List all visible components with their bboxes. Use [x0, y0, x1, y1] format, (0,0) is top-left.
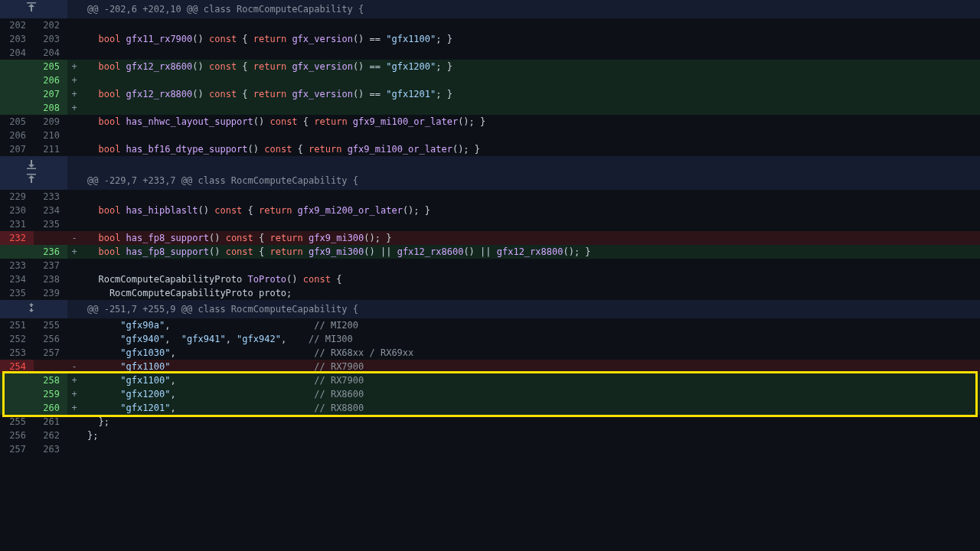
diff-marker	[67, 129, 81, 142]
code-line[interactable]: RocmComputeCapabilityProto proto;	[81, 286, 980, 300]
expand-hunk-button[interactable]	[0, 300, 67, 318]
old-line-number[interactable]: 235	[0, 286, 34, 300]
new-line-number[interactable]: 236	[34, 245, 67, 259]
new-line-number[interactable]: 202	[34, 18, 67, 32]
new-line-number[interactable]: 234	[34, 204, 67, 217]
code-line[interactable]	[81, 101, 980, 115]
code-line[interactable]: "gfx1030", // RX68xx / RX69xx	[81, 346, 980, 360]
code-line[interactable]	[81, 442, 980, 456]
old-line-number[interactable]	[0, 245, 34, 259]
code-line[interactable]	[81, 129, 980, 142]
old-line-number[interactable]	[0, 101, 34, 115]
old-line-number[interactable]: 202	[0, 18, 34, 32]
diff-marker	[67, 286, 81, 300]
old-line-number[interactable]	[0, 87, 34, 101]
code-line[interactable]	[81, 73, 980, 87]
expand-button[interactable]	[0, 156, 67, 171]
new-line-number[interactable]	[34, 360, 67, 373]
new-line-number[interactable]: 237	[34, 259, 67, 272]
code-line[interactable]	[81, 190, 980, 204]
old-line-number[interactable]: 231	[0, 217, 34, 231]
new-line-number[interactable]: 258	[34, 373, 67, 387]
code-line[interactable]: bool gfx12_rx8800() const { return gfx_v…	[81, 87, 980, 101]
old-line-number[interactable]: 204	[0, 46, 34, 60]
diff-marker: +	[67, 387, 81, 401]
old-line-number[interactable]: 230	[0, 204, 34, 217]
old-line-number[interactable]	[0, 401, 34, 415]
new-line-number[interactable]: 211	[34, 142, 67, 156]
new-line-number[interactable]: 239	[34, 286, 67, 300]
new-line-number[interactable]: 205	[34, 60, 67, 73]
old-line-number[interactable]: 251	[0, 318, 34, 332]
new-line-number[interactable]: 261	[34, 415, 67, 429]
code-line[interactable]	[81, 217, 980, 231]
new-line-number[interactable]: 259	[34, 387, 67, 401]
code-line[interactable]: bool has_fp8_support() const { return gf…	[81, 231, 980, 245]
new-line-number[interactable]: 204	[34, 46, 67, 60]
diff-table: @@ -202,6 +202,10 @@ class RocmComputeCa…	[0, 0, 980, 456]
new-line-number[interactable]: 210	[34, 129, 67, 142]
old-line-number[interactable]: 205	[0, 115, 34, 129]
old-line-number[interactable]	[0, 73, 34, 87]
expand-hunk-button[interactable]	[0, 171, 67, 190]
code-line[interactable]: "gfx1100", // RX7900	[81, 373, 980, 387]
new-line-number[interactable]: 208	[34, 101, 67, 115]
code-line[interactable]: bool gfx12_rx8600() const { return gfx_v…	[81, 60, 980, 73]
old-line-number[interactable]: 254	[0, 360, 34, 373]
code-line[interactable]: "gfx90a", // MI200	[81, 318, 980, 332]
new-line-number[interactable]: 262	[34, 429, 67, 442]
diff-marker	[67, 142, 81, 156]
diff-marker	[67, 46, 81, 60]
new-line-number[interactable]	[34, 231, 67, 245]
new-line-number[interactable]: 238	[34, 272, 67, 286]
diff-marker: +	[67, 245, 81, 259]
diff-marker	[67, 115, 81, 129]
code-line[interactable]: "gfx940", "gfx941", "gfx942", // MI300	[81, 332, 980, 346]
code-line[interactable]: bool has_fp8_support() const { return gf…	[81, 245, 980, 259]
new-line-number[interactable]: 233	[34, 190, 67, 204]
code-line[interactable]: "gfx1200", // RX8600	[81, 387, 980, 401]
code-line[interactable]: };	[81, 415, 980, 429]
new-line-number[interactable]: 263	[34, 442, 67, 456]
old-line-number[interactable]	[0, 387, 34, 401]
diff-marker	[67, 346, 81, 360]
code-line[interactable]: bool gfx11_rx7900() const { return gfx_v…	[81, 32, 980, 46]
old-line-number[interactable]: 206	[0, 129, 34, 142]
old-line-number[interactable]: 233	[0, 259, 34, 272]
old-line-number[interactable]: 252	[0, 332, 34, 346]
new-line-number[interactable]: 203	[34, 32, 67, 46]
old-line-number[interactable]: 234	[0, 272, 34, 286]
code-line[interactable]: bool has_bf16_dtype_support() const { re…	[81, 142, 980, 156]
new-line-number[interactable]: 257	[34, 346, 67, 360]
diff-marker: -	[67, 360, 81, 373]
old-line-number[interactable]	[0, 60, 34, 73]
code-line[interactable]	[81, 259, 980, 272]
new-line-number[interactable]: 207	[34, 87, 67, 101]
code-line[interactable]: RocmComputeCapabilityProto ToProto() con…	[81, 272, 980, 286]
code-line[interactable]: "gfx1201", // RX8800	[81, 401, 980, 415]
expand-hunk-button[interactable]	[0, 0, 67, 18]
old-line-number[interactable]: 203	[0, 32, 34, 46]
old-line-number[interactable]: 207	[0, 142, 34, 156]
new-line-number[interactable]: 256	[34, 332, 67, 346]
code-line[interactable]: "gfx1100" // RX7900	[81, 360, 980, 373]
diff-marker	[67, 259, 81, 272]
old-line-number[interactable]: 257	[0, 442, 34, 456]
code-line[interactable]: };	[81, 429, 980, 442]
old-line-number[interactable]: 232	[0, 231, 34, 245]
code-line[interactable]: bool has_nhwc_layout_support() const { r…	[81, 115, 980, 129]
new-line-number[interactable]: 209	[34, 115, 67, 129]
old-line-number[interactable]	[0, 373, 34, 387]
old-line-number[interactable]: 253	[0, 346, 34, 360]
new-line-number[interactable]: 206	[34, 73, 67, 87]
old-line-number[interactable]: 229	[0, 190, 34, 204]
code-line[interactable]	[81, 46, 980, 60]
diff-marker	[67, 442, 81, 456]
code-line[interactable]	[81, 18, 980, 32]
new-line-number[interactable]: 260	[34, 401, 67, 415]
old-line-number[interactable]: 256	[0, 429, 34, 442]
old-line-number[interactable]: 255	[0, 415, 34, 429]
new-line-number[interactable]: 255	[34, 318, 67, 332]
new-line-number[interactable]: 235	[34, 217, 67, 231]
code-line[interactable]: bool has_hipblaslt() const { return gfx9…	[81, 204, 980, 217]
